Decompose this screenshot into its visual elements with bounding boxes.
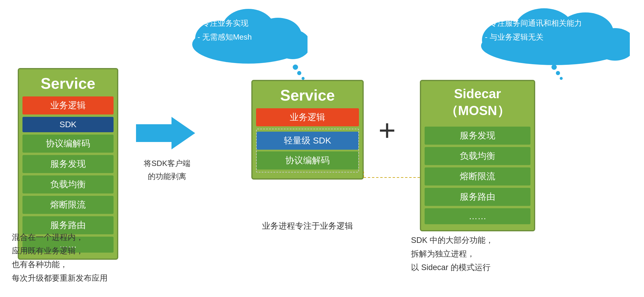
right-sidecar-title: Sidecar（MOSN） [421,81,534,122]
left-cloud-line2: - 无需感知Mesh [198,30,304,44]
left-layer-2: SDK [22,117,114,132]
left-layer-6: 熔断限流 [22,196,114,214]
right-cloud-dot1 [551,64,557,70]
left-layer-4: 服务发现 [22,155,114,173]
mid-dashed-box: 轻量级 SDK 协议编解码 [256,129,359,172]
arrow-label: 将SDK客户端 的功能剥离 [135,157,200,183]
left-cloud-dot2 [297,71,301,75]
right-layer-5: …… [425,208,530,224]
left-cloud-dot1 [293,64,298,70]
mid-service-box: Service 业务逻辑 轻量级 SDK 协议编解码 [251,80,364,180]
plus-sign: + [378,115,396,145]
right-cloud-dot3 [560,77,563,80]
right-layer-2: 负载均衡 [425,147,530,165]
mid-caption: 业务进程专注于业务逻辑 [245,219,370,233]
left-caption: 混合在一个进程内，应用既有业务逻辑，也有各种功能，每次升级都要重新发布应用 [12,231,130,285]
svg-marker-10 [136,117,195,149]
right-cloud-line1: - 专注服务间通讯和相关能力 [485,16,627,30]
mid-layer-3: 协议编解码 [257,151,358,170]
diagram-container: - 专注业务实现 - 无需感知Mesh - 专注服务间通讯和相关能力 - 与业务… [0,0,644,297]
right-caption: SDK 中的大部分功能，拆解为独立进程，以 Sidecar 的模式运行 [411,234,541,275]
mid-service-title: Service [253,81,363,108]
mid-layer-1: 业务逻辑 [256,108,359,126]
left-cloud-dot3 [302,77,305,80]
right-arrow [136,115,195,152]
right-cloud-line2: - 与业务逻辑无关 [485,30,627,44]
left-service-title: Service [19,69,117,96]
right-sidecar-box: Sidecar（MOSN） 服务发现 负载均衡 熔断限流 服务路由 …… [420,80,535,231]
mid-layer-2: 轻量级 SDK [257,132,358,150]
right-cloud-dot2 [556,71,560,75]
right-layer-3: 熔断限流 [425,167,530,185]
right-layer-1: 服务发现 [425,127,530,145]
left-layer-5: 负载均衡 [22,175,114,193]
left-layer-3: 协议编解码 [22,135,114,153]
left-layer-1: 业务逻辑 [22,96,114,114]
left-cloud-line1: - 专注业务实现 [198,16,304,30]
right-layer-4: 服务路由 [425,188,530,206]
